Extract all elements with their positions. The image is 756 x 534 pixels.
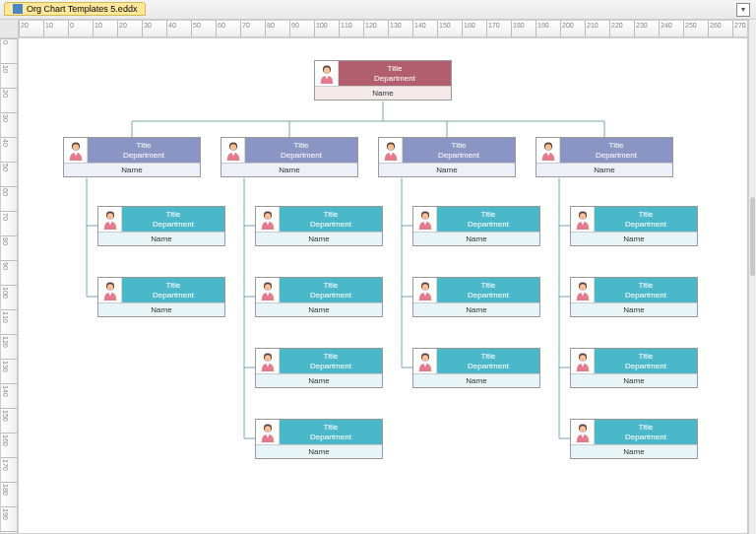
node-header: TitleDepartment xyxy=(595,349,697,373)
avatar-icon xyxy=(413,207,437,232)
scrollbar-vertical[interactable] xyxy=(748,20,756,534)
svg-point-26 xyxy=(72,144,78,150)
node-name: Name xyxy=(256,444,382,458)
avatar-icon xyxy=(379,138,403,163)
avatar-icon xyxy=(571,207,595,232)
avatar-icon xyxy=(64,138,88,163)
svg-point-44 xyxy=(264,426,270,432)
avatar-icon xyxy=(413,349,437,373)
avatar-icon xyxy=(256,420,280,444)
org-node-leaf-3-2[interactable]: TitleDepartmentName xyxy=(570,348,698,388)
org-node-leaf-3-1[interactable]: TitleDepartmentName xyxy=(570,277,698,317)
org-node-leaf-2-1[interactable]: TitleDepartmentName xyxy=(412,277,540,317)
svg-point-24 xyxy=(323,67,329,73)
scrollbar-thumb[interactable] xyxy=(750,197,755,276)
org-node-mid-1[interactable]: TitleDepartmentName xyxy=(220,137,358,177)
org-node-leaf-3-3[interactable]: TitleDepartmentName xyxy=(570,419,698,459)
node-header: TitleDepartment xyxy=(280,207,382,232)
svg-point-46 xyxy=(421,213,427,219)
node-name: Name xyxy=(413,373,539,387)
node-header: TitleDepartment xyxy=(560,138,672,163)
node-name: Name xyxy=(256,373,382,387)
svg-point-54 xyxy=(579,284,585,290)
avatar-icon xyxy=(256,207,280,232)
org-node-mid-2[interactable]: TitleDepartmentName xyxy=(378,137,516,177)
node-name: Name xyxy=(98,302,224,316)
node-name: Name xyxy=(413,232,539,245)
svg-point-38 xyxy=(264,213,270,219)
tab-dropdown-icon[interactable]: ▾ xyxy=(736,3,750,17)
org-node-leaf-1-3[interactable]: TitleDepartmentName xyxy=(255,419,383,459)
node-name: Name xyxy=(571,444,697,458)
org-node-mid-0[interactable]: TitleDepartmentName xyxy=(63,137,201,177)
node-header: TitleDepartment xyxy=(245,138,357,163)
avatar-icon xyxy=(98,207,122,232)
avatar-icon xyxy=(256,349,280,373)
avatar-icon xyxy=(571,349,595,373)
node-name: Name xyxy=(413,302,539,316)
avatar-icon xyxy=(315,61,339,86)
node-header: TitleDepartment xyxy=(339,61,451,86)
svg-point-40 xyxy=(264,284,270,290)
org-node-mid-3[interactable]: TitleDepartmentName xyxy=(536,137,673,177)
tab-bar: Org Chart Templates 5.eddx ▾ xyxy=(0,0,756,20)
ruler-horizontal[interactable]: 2010010203040506070809010011012013014015… xyxy=(18,20,748,37)
avatar-icon xyxy=(571,420,595,444)
node-header: TitleDepartment xyxy=(595,420,697,444)
avatar-icon xyxy=(256,278,280,302)
svg-point-32 xyxy=(544,144,550,150)
svg-point-36 xyxy=(106,284,112,290)
org-node-leaf-1-1[interactable]: TitleDepartmentName xyxy=(255,277,383,317)
node-name: Name xyxy=(536,163,672,176)
org-node-leaf-3-0[interactable]: TitleDepartmentName xyxy=(570,206,698,246)
tab-filename: Org Chart Templates 5.eddx xyxy=(27,4,137,14)
node-header: TitleDepartment xyxy=(280,278,382,302)
avatar-icon xyxy=(536,138,560,163)
node-name: Name xyxy=(315,86,451,100)
node-header: TitleDepartment xyxy=(88,138,200,163)
svg-point-30 xyxy=(387,144,393,150)
node-header: TitleDepartment xyxy=(122,278,224,302)
node-name: Name xyxy=(571,232,697,245)
node-header: TitleDepartment xyxy=(437,207,539,232)
avatar-icon xyxy=(221,138,245,163)
svg-point-28 xyxy=(229,144,235,150)
svg-point-34 xyxy=(106,213,112,219)
node-header: TitleDepartment xyxy=(437,349,539,373)
document-tab[interactable]: Org Chart Templates 5.eddx xyxy=(4,2,146,16)
node-name: Name xyxy=(379,163,515,176)
svg-point-42 xyxy=(264,355,270,361)
avatar-icon xyxy=(98,278,122,302)
org-node-leaf-1-0[interactable]: TitleDepartmentName xyxy=(255,206,383,246)
svg-point-58 xyxy=(579,426,585,432)
node-header: TitleDepartment xyxy=(280,349,382,373)
node-header: TitleDepartment xyxy=(280,420,382,444)
svg-point-50 xyxy=(421,355,427,361)
org-node-leaf-2-0[interactable]: TitleDepartmentName xyxy=(412,206,540,246)
org-node-leaf-0-0[interactable]: TitleDepartmentName xyxy=(97,206,225,246)
node-header: TitleDepartment xyxy=(595,207,697,232)
avatar-icon xyxy=(413,278,437,302)
node-header: TitleDepartment xyxy=(122,207,224,232)
node-name: Name xyxy=(256,232,382,245)
node-name: Name xyxy=(571,373,697,387)
node-name: Name xyxy=(98,232,224,245)
node-header: TitleDepartment xyxy=(595,278,697,302)
node-name: Name xyxy=(256,302,382,316)
org-node-leaf-2-2[interactable]: TitleDepartmentName xyxy=(412,348,540,388)
node-name: Name xyxy=(64,163,200,176)
svg-point-52 xyxy=(579,213,585,219)
node-header: TitleDepartment xyxy=(437,278,539,302)
canvas[interactable]: TitleDepartmentNameTitleDepartmentNameTi… xyxy=(18,37,748,534)
svg-point-48 xyxy=(421,284,427,290)
file-icon xyxy=(13,4,23,14)
svg-point-56 xyxy=(579,355,585,361)
node-name: Name xyxy=(571,302,697,316)
node-header: TitleDepartment xyxy=(403,138,515,163)
org-node-leaf-0-1[interactable]: TitleDepartmentName xyxy=(97,277,225,317)
org-node-root[interactable]: TitleDepartmentName xyxy=(314,60,452,100)
node-name: Name xyxy=(221,163,357,176)
avatar-icon xyxy=(571,278,595,302)
org-node-leaf-1-2[interactable]: TitleDepartmentName xyxy=(255,348,383,388)
ruler-vertical[interactable]: 0102030405060708090100110120130140150160… xyxy=(0,37,18,534)
